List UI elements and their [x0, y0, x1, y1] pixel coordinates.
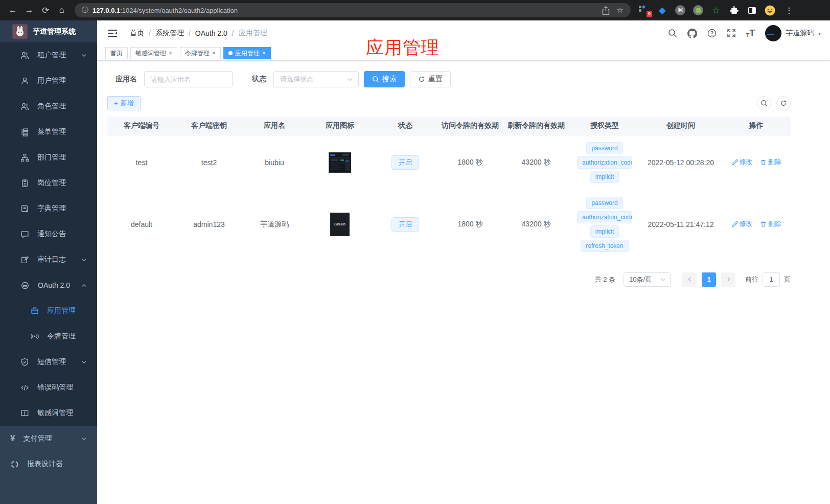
fullscreen-icon[interactable] — [727, 29, 736, 38]
sidebar-item-post[interactable]: 岗位管理 — [0, 170, 97, 196]
grant-type-tags: password authorization_code implicit ref… — [569, 197, 640, 252]
bookmark-star-icon[interactable]: ☆ — [617, 6, 624, 15]
extension-badge: 9 — [647, 11, 652, 17]
dictionary-icon — [20, 204, 29, 213]
sidebar: 芋道管理系统 租户管理 用户管理 角色管理 菜单管 — [0, 20, 97, 504]
audit-log-icon — [20, 256, 29, 264]
prev-page-button[interactable] — [682, 272, 697, 287]
breadcrumb-home[interactable]: 首页 — [130, 29, 144, 38]
address-bar[interactable]: ⓘ 127.0.0.1:1024/system/oauth2/oauth2/ap… — [75, 3, 631, 17]
browser-home-button[interactable]: ⌂ — [54, 3, 70, 18]
breadcrumb-oauth[interactable]: OAuth 2.0 — [195, 29, 227, 37]
app-icon-image — [329, 152, 351, 173]
show-search-toggle-button[interactable] — [757, 96, 771, 110]
col-grant-types: 授权类型 — [569, 117, 640, 135]
trash-icon — [760, 221, 767, 227]
search-icon[interactable] — [668, 29, 677, 38]
cell-refresh-token-validity: 43200 秒 — [503, 190, 569, 259]
next-page-button[interactable] — [721, 272, 735, 287]
sidebar-toggle-button[interactable] — [104, 26, 121, 41]
extension-grid-icon[interactable]: 9 — [639, 5, 650, 16]
github-icon[interactable] — [687, 29, 697, 38]
browser-menu-icon[interactable]: ⋮ — [785, 6, 793, 15]
caret-down-icon: ▾ — [818, 31, 821, 36]
extension-puzzle-icon[interactable] — [728, 5, 740, 16]
goto-page-input[interactable] — [763, 272, 780, 287]
cell-create-time: 2022-05-11 21:47:12 — [640, 190, 722, 259]
edit-button[interactable]: 修改 — [731, 157, 753, 167]
grant-type-tag: password — [586, 197, 622, 209]
extension-record-icon[interactable] — [693, 5, 703, 15]
search-button[interactable]: 搜索 — [364, 71, 405, 87]
cell-client-secret: admin123 — [176, 190, 242, 259]
tab-token[interactable]: 令牌管理 × — [180, 47, 221, 59]
table-header-row: 客户端编号 客户端密钥 应用名 应用图标 状态 访问令牌的有效期 刷新令牌的有效… — [107, 117, 791, 135]
breadcrumb-system[interactable]: 系统管理 — [155, 29, 184, 38]
status-select[interactable]: 请选择状态 — [273, 71, 359, 87]
sidebar-item-pay[interactable]: ¥ 支付管理 — [0, 426, 97, 451]
cell-access-token-validity: 1800 秒 — [437, 135, 503, 190]
grant-type-tag: authorization_code — [577, 211, 632, 223]
side-panel-icon[interactable] — [746, 5, 757, 16]
browser-back-button[interactable]: ← — [5, 3, 20, 18]
refresh-table-button[interactable] — [776, 96, 791, 110]
sidebar-item-oauth-application[interactable]: 应用管理 — [0, 298, 97, 324]
edit-button[interactable]: 修改 — [731, 219, 753, 228]
browser-reload-button[interactable]: ⟳ — [38, 3, 53, 18]
close-icon[interactable]: × — [212, 50, 216, 57]
help-icon[interactable] — [707, 29, 717, 38]
tab-sensitive-word[interactable]: 敏感词管理 × — [130, 47, 177, 59]
user-menu[interactable]: 芋道源码 ▾ — [765, 25, 821, 41]
sidebar-item-menu[interactable]: 菜单管理 — [0, 119, 97, 145]
goto-label: 前往 — [745, 275, 758, 284]
sidebar-item-tenant[interactable]: 租户管理 — [0, 42, 97, 68]
chevron-up-icon — [81, 283, 87, 288]
chevron-down-icon — [660, 277, 666, 282]
col-access-token-validity: 访问令牌的有效期 — [437, 117, 503, 135]
reset-button[interactable]: 重置 — [410, 71, 451, 87]
sidebar-item-sms[interactable]: 短信管理 — [0, 349, 97, 375]
sidebar-item-notice[interactable]: 通知公告 — [0, 221, 97, 247]
sidebar-logo[interactable]: 芋道管理系统 — [0, 20, 97, 42]
page-size-select[interactable]: 10条/页 — [624, 272, 671, 287]
status-badge[interactable]: 开启 — [391, 155, 419, 170]
sidebar-item-oauth-token[interactable]: 令牌管理 — [0, 324, 97, 349]
delete-button[interactable]: 删除 — [760, 157, 781, 167]
sidebar-item-report-designer[interactable]: 报表设计器 — [0, 451, 97, 477]
sidebar-item-dict[interactable]: 字典管理 — [0, 196, 97, 221]
pen-icon — [731, 221, 738, 227]
roles-icon — [20, 102, 29, 111]
status-badge[interactable]: 开启 — [391, 217, 419, 232]
col-client-id: 客户端编号 — [107, 117, 176, 135]
delete-button[interactable]: 删除 — [760, 219, 781, 228]
font-size-icon[interactable]: TT — [746, 28, 755, 38]
extension-star-icon[interactable]: ☆ — [710, 5, 722, 16]
tab-home[interactable]: 首页 — [105, 47, 128, 59]
share-icon[interactable] — [602, 6, 610, 15]
add-button[interactable]: + 新增 — [107, 96, 141, 110]
info-icon[interactable]: ⓘ — [82, 6, 88, 15]
profile-avatar-icon[interactable] — [764, 5, 775, 16]
badge-icon — [20, 179, 29, 188]
sidebar-item-role[interactable]: 角色管理 — [0, 94, 97, 119]
menu-tree-icon — [20, 128, 29, 136]
close-icon[interactable]: × — [262, 50, 266, 57]
app-name-input[interactable] — [144, 71, 233, 87]
extension-gem-icon[interactable]: ◆ — [657, 5, 668, 16]
sidebar-item-audit-log[interactable]: 审计日志 — [0, 247, 97, 272]
browser-forward-button[interactable]: → — [21, 3, 37, 18]
sidebar-item-user[interactable]: 用户管理 — [0, 68, 97, 94]
back-icon: ← — [9, 5, 17, 15]
tab-application[interactable]: 应用管理 × — [223, 47, 271, 59]
sidebar-item-oauth[interactable]: OAuth 2.0 — [0, 272, 97, 298]
col-app-name: 应用名 — [242, 117, 307, 135]
chevron-down-icon — [81, 436, 87, 442]
sidebar-item-dept[interactable]: 部门管理 — [0, 145, 97, 170]
sidebar-item-sensitive-word[interactable]: 敏感词管理 — [0, 400, 97, 426]
page-number-button[interactable]: 1 — [702, 272, 716, 287]
grant-type-tags: password authorization_code implicit — [569, 142, 640, 183]
table-toolbar: + 新增 — [107, 96, 791, 110]
extension-command-icon[interactable]: ⌘ — [675, 5, 685, 15]
sidebar-item-errcode[interactable]: 错误码管理 — [0, 375, 97, 400]
close-icon[interactable]: × — [169, 50, 172, 57]
